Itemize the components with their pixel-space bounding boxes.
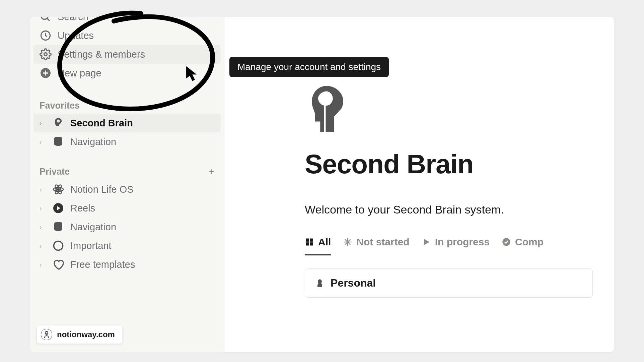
card-label: Personal <box>331 277 376 289</box>
sidebar-label: Notion Life OS <box>70 184 134 195</box>
sidebar-label: Updates <box>58 30 94 41</box>
section-title: Favorites <box>40 101 80 111</box>
svg-rect-15 <box>306 242 309 245</box>
sidebar-label: New page <box>58 68 101 79</box>
heart-outline-icon <box>52 258 64 270</box>
page-title: Second Brain <box>305 149 604 180</box>
clock-icon <box>40 29 52 42</box>
sidebar: Search Updates Settings & members New pa… <box>30 17 224 352</box>
sidebar-item-notion-life-os[interactable]: › Notion Life OS <box>33 180 221 199</box>
gear-icon <box>40 48 52 60</box>
sidebar-label: Second Brain <box>70 118 133 129</box>
sidebar-item-updates[interactable]: Updates <box>33 26 221 45</box>
sidebar-item-new-page[interactable]: New page <box>33 64 221 82</box>
chevron-right-icon[interactable]: › <box>40 186 46 193</box>
sidebar-item-second-brain[interactable]: › Second Brain <box>33 114 221 132</box>
tab-label: All <box>318 236 331 248</box>
svg-line-1 <box>47 18 50 21</box>
database-icon <box>52 221 64 233</box>
sidebar-item-settings[interactable]: Settings & members <box>33 45 221 64</box>
check-circle-icon <box>502 237 511 247</box>
snowflake-icon <box>343 237 352 247</box>
avatar-icon <box>41 329 52 340</box>
tab-label: In progress <box>435 236 490 248</box>
tab-label: Comp <box>515 236 544 248</box>
tab-not-started[interactable]: Not started <box>343 236 409 255</box>
sidebar-item-navigation-priv[interactable]: › Navigation <box>33 218 221 236</box>
app-window: Search Updates Settings & members New pa… <box>30 17 614 352</box>
chevron-right-icon[interactable]: › <box>40 204 46 212</box>
chevron-right-icon[interactable]: › <box>40 119 46 127</box>
section-title: Private <box>40 167 70 177</box>
chevron-right-icon[interactable]: › <box>40 138 46 146</box>
sidebar-item-search[interactable]: Search <box>33 17 221 26</box>
chevron-right-icon[interactable]: › <box>40 223 46 231</box>
sidebar-item-important[interactable]: › Important <box>33 236 221 255</box>
tab-completed[interactable]: Comp <box>502 236 544 255</box>
svg-point-12 <box>54 241 63 250</box>
sidebar-item-navigation-fav[interactable]: › Navigation <box>33 132 221 151</box>
sidebar-label: Settings & members <box>58 49 145 60</box>
sidebar-label: Navigation <box>70 222 116 233</box>
play-circle-icon <box>52 202 64 214</box>
sidebar-label: Search <box>58 17 88 22</box>
sidebar-item-reels[interactable]: › Reels <box>33 199 221 218</box>
svg-point-3 <box>44 53 47 56</box>
chevron-right-icon[interactable]: › <box>40 261 46 268</box>
svg-point-6 <box>57 188 59 190</box>
watermark-text: notionway.com <box>57 330 115 339</box>
plus-circle-icon <box>40 67 52 79</box>
tab-all[interactable]: All <box>305 236 331 255</box>
circle-icon <box>52 240 64 252</box>
chevron-right-icon[interactable]: › <box>40 242 46 250</box>
watermark-badge: notionway.com <box>37 325 122 344</box>
page-subtitle: Welcome to your Second Brain system. <box>305 203 604 216</box>
sidebar-label: Free templates <box>70 259 135 270</box>
grid-icon <box>305 237 314 247</box>
sidebar-item-free-templates[interactable]: › Free templates <box>33 255 221 274</box>
favorites-header[interactable]: Favorites <box>33 96 221 114</box>
sidebar-label: Navigation <box>70 136 116 147</box>
add-page-button[interactable]: + <box>209 166 215 177</box>
page-icon[interactable] <box>305 84 604 135</box>
sidebar-label: Important <box>70 240 112 251</box>
svg-rect-14 <box>310 239 313 242</box>
settings-tooltip: Manage your account and settings <box>229 57 389 77</box>
play-icon <box>422 237 431 247</box>
database-icon <box>52 136 64 148</box>
head-icon <box>52 117 64 129</box>
sidebar-label: Reels <box>70 203 95 214</box>
view-tabs: All Not started In progress Comp <box>305 236 604 255</box>
person-silhouette-icon <box>315 279 325 288</box>
tab-label: Not started <box>356 236 409 248</box>
search-icon <box>40 17 52 23</box>
card-personal[interactable]: Personal <box>305 268 593 298</box>
private-header[interactable]: Private + <box>33 161 221 180</box>
tab-in-progress[interactable]: In progress <box>422 236 490 255</box>
svg-rect-13 <box>306 239 309 242</box>
main-content: Manage your account and settings Second … <box>224 17 614 352</box>
svg-rect-16 <box>310 242 313 245</box>
atom-icon <box>52 183 64 195</box>
